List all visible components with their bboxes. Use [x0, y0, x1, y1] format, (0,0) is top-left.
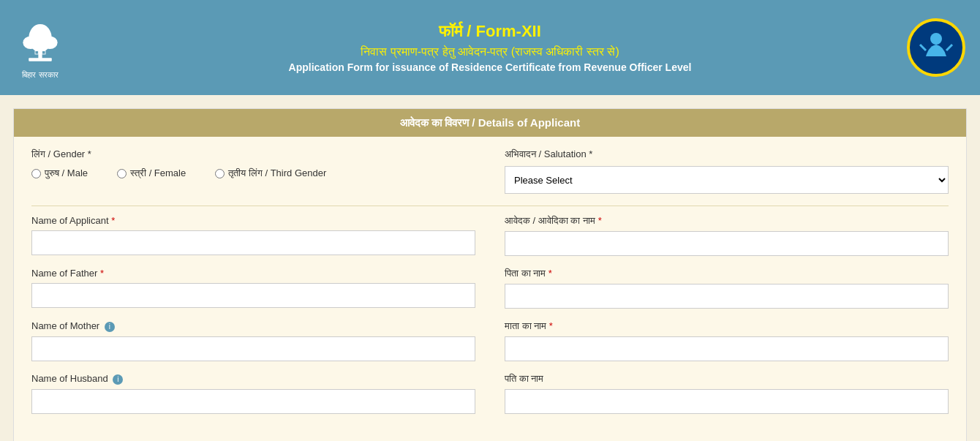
svg-point-7 — [930, 33, 942, 45]
bihar-logo-icon — [15, 16, 66, 67]
applicant-name-input-hi[interactable] — [505, 231, 949, 256]
husband-name-input-hi[interactable] — [505, 389, 949, 414]
applicant-name-input-en[interactable] — [31, 230, 475, 255]
svg-point-3 — [42, 37, 58, 50]
gender-salutation-row: लिंग / Gender * पुरुष / Male स्त्री / Fe… — [31, 148, 949, 194]
gender-label: लिंग / Gender * — [31, 148, 475, 160]
gender-male-radio[interactable] — [31, 169, 41, 178]
father-name-left-col: Name of Father * — [31, 268, 475, 309]
father-name-row: Name of Father * पिता का नाम * — [31, 268, 949, 309]
logo-left: बिहार सरकार — [15, 16, 66, 80]
subtitle-english: Application Form for issuance of Residen… — [289, 61, 692, 73]
mother-name-label-en: Name of Mother i — [31, 320, 475, 332]
gender-female-option[interactable]: स्त्री / Female — [117, 167, 186, 179]
logo-text: बिहार सरकार — [22, 70, 58, 80]
svg-point-2 — [23, 37, 38, 50]
husband-name-left-col: Name of Husband i — [31, 373, 475, 414]
mother-name-label-hi: माता का नाम * — [505, 320, 949, 332]
father-name-label-hi: पिता का नाम * — [505, 268, 949, 279]
husband-name-row: Name of Husband i पति का नाम — [31, 373, 949, 414]
husband-name-label-hi: पति का नाम — [505, 373, 949, 385]
applicant-name-label-en: Name of Applicant * — [31, 215, 475, 226]
father-name-input-en[interactable] — [31, 283, 475, 308]
form-body: लिंग / Gender * पुरुष / Male स्त्री / Fe… — [14, 137, 966, 437]
father-name-input-hi[interactable] — [505, 284, 949, 309]
father-name-right-col: पिता का नाम * — [505, 268, 949, 309]
gender-col: लिंग / Gender * पुरुष / Male स्त्री / Fe… — [31, 148, 475, 194]
logo-right — [907, 18, 965, 77]
svg-line-8 — [920, 45, 926, 50]
gender-third-option[interactable]: तृतीय लिंग / Third Gender — [215, 167, 326, 179]
header: बिहार सरकार फॉर्म / Form-XII निवास प्रमा… — [0, 0, 980, 95]
gender-female-label: स्त्री / Female — [130, 167, 186, 179]
mother-name-input-en[interactable] — [31, 336, 475, 361]
svg-rect-6 — [42, 51, 45, 54]
form-title: फॉर्म / Form-XII — [289, 22, 692, 41]
section-header: आवेदक का विवरण / Details of Applicant — [14, 109, 966, 137]
subtitle-hindi: निवास प्रमाण-पत्र हेतु आवेदन-पत्र (राजस्… — [289, 45, 692, 59]
gender-male-label: पुरुष / Male — [45, 167, 88, 179]
husband-name-right-col: पति का नाम — [505, 373, 949, 414]
husband-name-label-en: Name of Husband i — [31, 373, 475, 385]
father-name-label-en: Name of Father * — [31, 268, 475, 279]
mother-name-row: Name of Mother i माता का नाम * — [31, 320, 949, 361]
gender-third-label: तृतीय लिंग / Third Gender — [228, 167, 326, 179]
gender-third-radio[interactable] — [215, 169, 225, 178]
salutation-label: अभिवादन / Salutation * — [505, 148, 949, 160]
mother-name-left-col: Name of Mother i — [31, 320, 475, 361]
applicant-name-right-col: आवेदक / आवेदिका का नाम * — [505, 215, 949, 256]
salutation-col: अभिवादन / Salutation * Please Select श्र… — [505, 148, 949, 194]
govt-logo-icon — [914, 26, 958, 69]
husband-info-icon[interactable]: i — [113, 374, 123, 385]
applicant-name-row: Name of Applicant * आवेदक / आवेदिका का न… — [31, 215, 949, 256]
salutation-select[interactable]: Please Select श्री श्रीमती कुमारी Dr. Ot… — [505, 166, 949, 194]
header-center: फॉर्म / Form-XII निवास प्रमाण-पत्र हेतु … — [289, 22, 692, 73]
govt-logo-circle — [907, 18, 965, 77]
svg-line-9 — [946, 45, 952, 50]
svg-rect-5 — [35, 51, 38, 54]
divider-1 — [31, 206, 949, 206]
svg-rect-4 — [29, 58, 52, 61]
mother-info-icon[interactable]: i — [105, 322, 115, 332]
applicant-name-label-hi: आवेदक / आवेदिका का नाम * — [505, 215, 949, 227]
applicant-name-left-col: Name of Applicant * — [31, 215, 475, 256]
husband-name-input-en[interactable] — [31, 389, 475, 414]
gender-female-radio[interactable] — [117, 169, 127, 178]
gender-options: पुरुष / Male स्त्री / Female तृतीय लिंग … — [31, 167, 475, 179]
mother-name-input-hi[interactable] — [505, 336, 949, 361]
mother-name-right-col: माता का नाम * — [505, 320, 949, 361]
gender-male-option[interactable]: पुरुष / Male — [31, 167, 88, 179]
form-container: आवेदक का विवरण / Details of Applicant लि… — [13, 108, 967, 441]
